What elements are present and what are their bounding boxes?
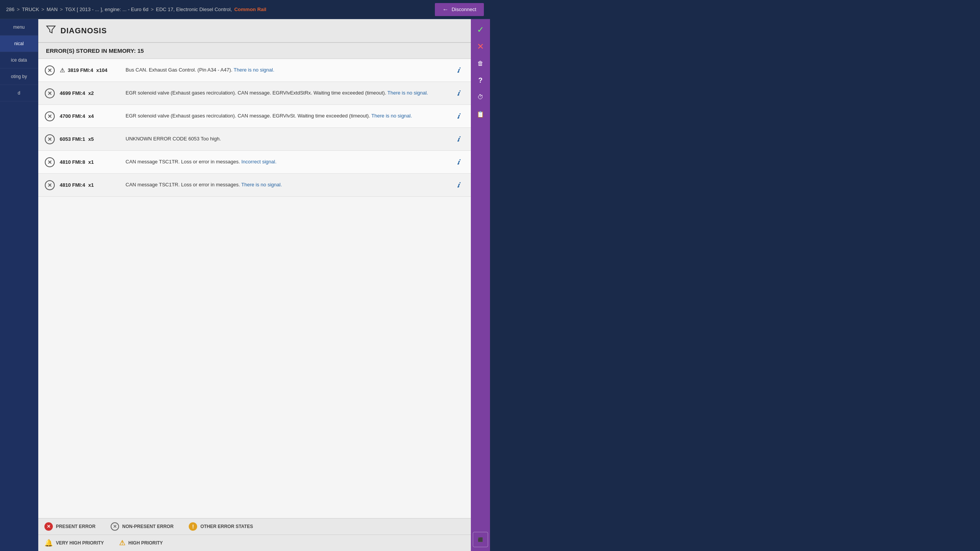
error-description: Bus CAN. Exhaust Gas Control. (Pin A34 -…	[126, 67, 452, 73]
error-desc-highlight: There is no signal.	[241, 182, 282, 187]
error-code-text: 4700 FMI:4	[60, 113, 85, 119]
info-icon[interactable]: 𝑖	[457, 66, 465, 75]
error-count-text: x1	[88, 182, 93, 188]
accept-button[interactable]: ✓	[473, 22, 488, 37]
breadcrumb-286: 286	[6, 7, 15, 12]
diagnosis-header: DIAGNOSIS	[38, 19, 471, 43]
legend-present: ✕ PRESENT ERROR	[44, 522, 95, 531]
warning-icon: ⚠	[119, 539, 125, 547]
error-desc-normal: Bus CAN. Exhaust Gas Control. (Pin A34 -…	[126, 67, 232, 73]
error-code-text: 4810 FMI:8	[60, 159, 85, 165]
very-high-priority-label: VERY HIGH PRIORITY	[56, 540, 104, 546]
table-row: ✕ ⚠ 3819 FMI:4 x104 Bus CAN. Exhaust Gas…	[38, 59, 471, 82]
sep4: >	[151, 7, 154, 12]
error-desc-highlight: Incorrect signal.	[242, 159, 277, 165]
warning-triangle-icon: ⚠	[60, 67, 65, 74]
error-count-text: x5	[88, 136, 93, 142]
error-code-text: 3819 FMI:4	[68, 67, 93, 73]
error-code-text: 4699 FMI:4	[60, 90, 85, 96]
priority-high: ⚠ HIGH PRIORITY	[119, 539, 163, 547]
disconnect-label: Disconnect	[452, 7, 476, 12]
error-code: 4810 FMI:8 x1	[60, 159, 121, 165]
clipboard-button[interactable]: 📋	[473, 106, 488, 122]
sep1: >	[17, 7, 20, 12]
table-row: ✕ 4810 FMI:4 x1 CAN message TSC1TR. Loss…	[38, 174, 471, 197]
header-bar: 286 > TRUCK > MAN > TGX [ 2013 - ... ], …	[0, 0, 490, 19]
x-circle-icon: ✕	[45, 65, 55, 75]
error-code-text: 6053 FMI:1	[60, 136, 85, 142]
error-code: 4699 FMI:4 x2	[60, 90, 121, 96]
history-button[interactable]: ⏱	[473, 90, 488, 105]
error-description: UNKNOWN ERROR CODE 6053 Too high.	[126, 135, 452, 142]
high-priority-label: HIGH PRIORITY	[128, 540, 163, 546]
error-list: ✕ ⚠ 3819 FMI:4 x104 Bus CAN. Exhaust Gas…	[38, 59, 471, 518]
info-icon[interactable]: 𝑖	[457, 135, 465, 143]
error-description: EGR solenoid valve (Exhaust gases recirc…	[126, 90, 452, 96]
error-count-text: x104	[96, 67, 107, 73]
info-icon[interactable]: 𝑖	[457, 89, 465, 98]
sidebar: menu nical ice data oting by d	[0, 19, 38, 551]
error-count-text: x4	[88, 113, 93, 119]
right-toolbar: ✓ ✕ 🗑 ? ⏱ 📋 ⬛	[471, 19, 490, 551]
nonprosent-error-icon: ✕	[111, 522, 119, 531]
error-status-icon: ✕	[44, 134, 55, 145]
present-error-icon: ✕	[44, 522, 53, 531]
info-icon[interactable]: 𝑖	[457, 181, 465, 189]
box-button[interactable]: ⬛	[473, 532, 488, 547]
help-button[interactable]: ?	[473, 73, 488, 88]
error-code: 4700 FMI:4 x4	[60, 113, 121, 119]
nonprosent-error-label: NON-PRESENT ERROR	[122, 524, 173, 529]
error-desc-highlight: There is no signal.	[371, 113, 412, 119]
diagnosis-icon	[46, 24, 56, 37]
breadcrumb-truck: TRUCK	[22, 7, 39, 12]
sidebar-item-menu[interactable]: menu	[0, 19, 38, 36]
diagnosis-title: DIAGNOSIS	[60, 26, 107, 35]
sidebar-item-d[interactable]: d	[0, 85, 38, 101]
info-icon[interactable]: 𝑖	[457, 158, 465, 166]
sidebar-item-voting[interactable]: oting by	[0, 68, 38, 85]
error-desc-highlight: There is no signal.	[387, 90, 428, 96]
error-count-label: ERROR(S) STORED IN MEMORY: 15	[46, 47, 144, 54]
sep2: >	[41, 7, 44, 12]
content-area: DIAGNOSIS ERROR(S) STORED IN MEMORY: 15 …	[38, 19, 471, 551]
error-description: CAN message TSC1TR. Loss or error in mes…	[126, 158, 452, 165]
error-status-icon: ✕	[44, 88, 55, 99]
table-row: ✕ 4700 FMI:4 x4 EGR solenoid valve (Exha…	[38, 105, 471, 128]
error-status-icon: ✕	[44, 65, 55, 76]
sep3: >	[60, 7, 63, 12]
breadcrumb-edc: EDC 17, Electronic Diesel Control,	[156, 7, 232, 12]
disconnect-button[interactable]: ← Disconnect	[435, 3, 484, 16]
sidebar-item-technical[interactable]: nical	[0, 36, 38, 52]
other-error-label: OTHER ERROR STATES	[200, 524, 253, 529]
error-desc-highlight: There is no signal.	[234, 67, 274, 73]
x-circle-icon: ✕	[45, 157, 55, 167]
table-row: ✕ 4699 FMI:4 x2 EGR solenoid valve (Exha…	[38, 82, 471, 105]
breadcrumb: 286 > TRUCK > MAN > TGX [ 2013 - ... ], …	[6, 7, 266, 12]
info-icon[interactable]: 𝑖	[457, 112, 465, 121]
x-circle-icon: ✕	[45, 88, 55, 98]
x-circle-icon: ✕	[45, 180, 55, 190]
priority-bar: 🔔 VERY HIGH PRIORITY ⚠ HIGH PRIORITY	[38, 535, 471, 551]
priority-very-high: 🔔 VERY HIGH PRIORITY	[44, 539, 104, 547]
sidebar-item-service-data[interactable]: ice data	[0, 52, 38, 68]
bell-icon: 🔔	[44, 539, 53, 547]
error-count-text: x2	[88, 90, 93, 96]
error-count-text: x1	[88, 159, 93, 165]
table-row: ✕ 4810 FMI:8 x1 CAN message TSC1TR. Loss…	[38, 151, 471, 174]
error-desc-normal: EGR solenoid valve (Exhaust gases recirc…	[126, 113, 370, 119]
close-button[interactable]: ✕	[473, 39, 488, 54]
x-circle-icon: ✕	[45, 111, 55, 121]
delete-button[interactable]: 🗑	[473, 56, 488, 71]
main-layout: menu nical ice data oting by d DIAGNOSIS…	[0, 19, 490, 551]
error-code: ⚠ 3819 FMI:4 x104	[60, 67, 121, 74]
disconnect-arrow-icon: ←	[443, 6, 449, 13]
legend-bar: ✕ PRESENT ERROR ✕ NON-PRESENT ERROR ! OT…	[38, 518, 471, 535]
other-error-icon: !	[189, 522, 197, 531]
legend-nonprosent: ✕ NON-PRESENT ERROR	[111, 522, 173, 531]
breadcrumb-man: MAN	[47, 7, 58, 12]
error-desc-normal: CAN message TSC1TR. Loss or error in mes…	[126, 159, 240, 165]
table-row: ✕ 6053 FMI:1 x5 UNKNOWN ERROR CODE 6053 …	[38, 128, 471, 151]
x-circle-icon: ✕	[45, 134, 55, 144]
error-code-text: 4810 FMI:4	[60, 182, 85, 188]
error-description: EGR solenoid valve (Exhaust gases recirc…	[126, 112, 452, 119]
